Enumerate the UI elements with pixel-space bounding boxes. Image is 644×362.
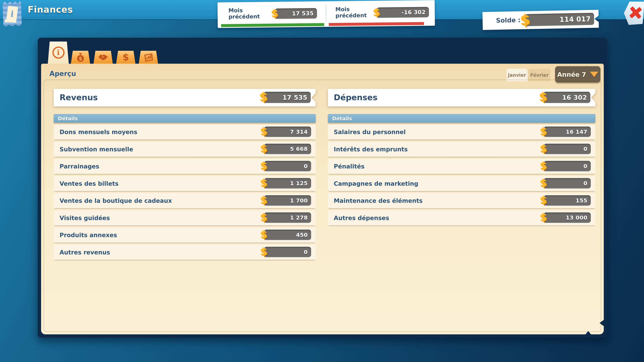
row-label: Ventes de la boutique de cadeaux xyxy=(54,197,172,204)
row-label: Pénalités xyxy=(328,163,364,170)
balance-value: 114 017 xyxy=(560,15,594,23)
amount-value: 0 xyxy=(304,163,311,169)
income-summary-card: Revenus $ 17 535 xyxy=(54,89,316,106)
bar-chart-icon xyxy=(143,52,154,62)
dollar-icon: $ xyxy=(259,91,268,103)
amount-value: 155 xyxy=(576,197,591,204)
previous-month-expense-label: Mois précédent xyxy=(336,6,367,19)
handshake-icon xyxy=(98,52,109,62)
amount-pill: $16 147 xyxy=(544,126,591,137)
income-title: Revenus xyxy=(60,93,98,102)
row-label: Autres dépenses xyxy=(328,215,389,221)
row-label: Maintenance des éléments xyxy=(328,197,422,204)
balance-banner: Solde : $ 114 017 xyxy=(482,10,599,30)
row-label: Autres revenus xyxy=(54,249,110,256)
frame-notch-bottom xyxy=(584,331,592,336)
dollar-icon: $ xyxy=(260,126,268,137)
dollar-icon: $ xyxy=(540,126,548,137)
finances-window: i $ $ xyxy=(38,38,607,338)
svg-text:$: $ xyxy=(79,55,82,61)
previous-month-income-label: Mois précédent xyxy=(228,7,260,20)
amount-pill: $5 668 xyxy=(264,144,311,154)
finance-row: Salaires du personnel$16 147 xyxy=(328,124,595,140)
amount-pill: $155 xyxy=(544,195,591,206)
amount-value: 7 314 xyxy=(290,129,311,135)
income-total-pill: $ 17 535 xyxy=(264,92,311,103)
month-tab-janvier[interactable]: Janvier xyxy=(506,69,528,81)
dollar-icon: $ xyxy=(539,91,548,103)
tab-overview[interactable]: i xyxy=(48,41,69,64)
finance-row: Ventes de la boutique de cadeaux$1 700 xyxy=(54,193,316,208)
amount-value: 13 000 xyxy=(566,215,591,221)
amount-pill: $0 xyxy=(264,247,311,257)
amount-pill: $0 xyxy=(544,178,591,189)
finance-row: Subvention mensuelle$5 668 xyxy=(54,142,316,157)
row-label: Campagnes de marketing xyxy=(328,180,418,187)
tab-donations[interactable]: $ xyxy=(71,51,90,64)
amount-value: 0 xyxy=(304,249,311,255)
finance-row: Maintenance des éléments$155 xyxy=(328,193,595,208)
dollar-icon: $ xyxy=(540,178,548,188)
expenses-total-value: 16 302 xyxy=(562,94,590,101)
dollar-icon: $ xyxy=(540,195,548,205)
month-tab-fevrier[interactable]: Février xyxy=(528,69,550,81)
dollar-icon: $ xyxy=(121,52,131,62)
journal-icon: i xyxy=(2,1,22,27)
money-bag-icon: $ xyxy=(76,52,86,62)
dollar-icon: $ xyxy=(260,160,268,171)
amount-pill: $1 278 xyxy=(264,213,311,223)
tab-sponsorships[interactable] xyxy=(94,51,113,64)
amount-pill: $1 125 xyxy=(264,178,311,189)
overview-panel: Aperçu Janvier Février Année 7 Revenus $ xyxy=(41,64,604,334)
amount-value: 1 700 xyxy=(290,197,311,204)
amount-value: 16 147 xyxy=(566,129,591,135)
amount-value: 0 xyxy=(584,180,591,187)
finance-row: Ventes des billets$1 125 xyxy=(54,176,316,191)
frame-notch-right xyxy=(600,319,604,327)
dollar-icon: $ xyxy=(260,178,268,188)
amount-pill: $0 xyxy=(544,161,591,171)
amount-pill: $450 xyxy=(264,230,311,240)
info-journal-glyph: i xyxy=(6,6,18,22)
panel-title: Aperçu xyxy=(50,69,76,78)
amount-pill: $7 314 xyxy=(264,126,311,137)
expenses-summary-card: Dépenses $ 16 302 xyxy=(328,89,595,106)
tab-charts[interactable] xyxy=(139,51,158,64)
income-total-value: 17 535 xyxy=(282,94,310,101)
amount-value: 1 125 xyxy=(290,180,311,187)
close-icon xyxy=(629,6,642,19)
finance-row: Visites guidées$1 278 xyxy=(54,210,316,225)
dollar-icon: $ xyxy=(260,195,268,205)
row-label: Parrainages xyxy=(54,163,99,170)
dollar-icon: $ xyxy=(260,229,268,240)
income-amount-pill: $ 17 535 xyxy=(275,8,317,19)
finance-row: Intérêts des emprunts$0 xyxy=(328,142,595,157)
expenses-column: Dépenses $ 16 302 Détails Salaires du pe… xyxy=(328,89,595,228)
expenses-title: Dépenses xyxy=(334,93,377,102)
finance-row: Autres dépenses$13 000 xyxy=(328,210,595,225)
expenses-total-pill: $ 16 302 xyxy=(544,92,590,103)
expense-amount-pill: $ -16 302 xyxy=(377,7,429,18)
amount-value: 1 278 xyxy=(290,215,311,221)
row-label: Visites guidées xyxy=(54,215,110,221)
balance-label: Solde : xyxy=(496,16,520,24)
amount-value: 0 xyxy=(584,163,591,169)
dollar-icon: $ xyxy=(373,7,380,17)
row-label: Intérêts des emprunts xyxy=(328,146,408,152)
finance-row: Parrainages$0 xyxy=(54,159,316,174)
row-label: Produits annexes xyxy=(54,232,117,239)
previous-month-income: Mois précédent $ 17 535 xyxy=(218,1,326,28)
income-details-header: Détails xyxy=(54,114,316,123)
expense-status-bar xyxy=(329,22,424,26)
previous-month-banner: Mois précédent $ 17 535 Mois précédent $… xyxy=(218,0,435,28)
income-status-bar xyxy=(221,23,324,27)
finance-row: Pénalités$0 xyxy=(328,159,595,174)
income-column: Revenus $ 17 535 Détails Dons mensuels m… xyxy=(54,89,316,262)
chevron-down-icon xyxy=(590,72,598,77)
row-label: Dons mensuels moyens xyxy=(54,129,137,135)
finance-row: Dons mensuels moyens$7 314 xyxy=(54,124,316,140)
row-label: Salaires du personnel xyxy=(328,129,406,135)
page-title: Finances xyxy=(28,5,73,15)
finance-row: Campagnes de marketing$0 xyxy=(328,176,595,191)
tab-money[interactable]: $ xyxy=(116,51,136,64)
